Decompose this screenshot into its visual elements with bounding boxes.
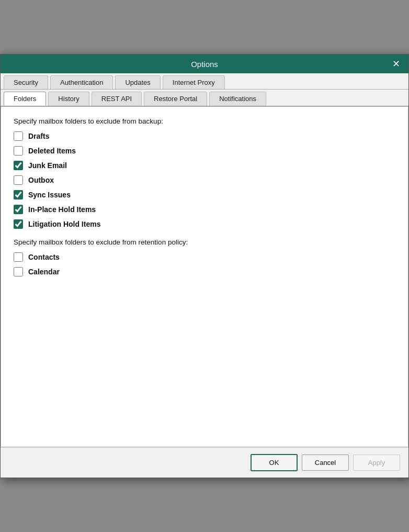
tab-updates[interactable]: Updates (115, 75, 160, 89)
backup-section-label: Specify mailbox folders to exclude from … (14, 117, 395, 125)
checkbox-calendar[interactable]: Calendar (14, 267, 395, 276)
footer: OK Cancel Apply (1, 447, 408, 478)
checkbox-contacts-input[interactable] (14, 252, 23, 262)
checkbox-junk-email[interactable]: Junk Email (14, 161, 395, 170)
checkbox-litigation-hold-label: Litigation Hold Items (28, 220, 100, 228)
checkbox-drafts-label: Drafts (28, 132, 49, 140)
options-dialog: Options ✕ Security Authentication Update… (0, 54, 409, 478)
tab-notifications[interactable]: Notifications (209, 92, 266, 106)
checkbox-litigation-hold-input[interactable] (14, 219, 23, 229)
tab-restore-portal[interactable]: Restore Portal (144, 92, 207, 106)
checkbox-inplace-hold-input[interactable] (14, 205, 23, 214)
checkbox-drafts-input[interactable] (14, 131, 23, 141)
checkbox-inplace-hold[interactable]: In-Place Hold Items (14, 205, 395, 214)
tab-authentication[interactable]: Authentication (50, 75, 113, 89)
checkbox-outbox[interactable]: Outbox (14, 175, 395, 185)
checkbox-junk-email-label: Junk Email (28, 161, 67, 170)
checkbox-outbox-label: Outbox (28, 176, 54, 184)
tab-row-2: Folders History REST API Restore Portal … (1, 90, 408, 106)
title-bar: Options ✕ (1, 54, 408, 73)
cancel-button[interactable]: Cancel (302, 455, 349, 471)
tab-row-1: Security Authentication Updates Internet… (1, 73, 408, 90)
tab-security[interactable]: Security (4, 75, 48, 89)
apply-button[interactable]: Apply (353, 455, 400, 471)
checkbox-inplace-hold-label: In-Place Hold Items (28, 205, 96, 214)
close-button[interactable]: ✕ (390, 58, 402, 70)
checkbox-drafts[interactable]: Drafts (14, 131, 395, 141)
tab-container: Security Authentication Updates Internet… (1, 73, 408, 107)
content-area: Specify mailbox folders to exclude from … (1, 107, 408, 447)
checkbox-deleted-items-label: Deleted Items (28, 147, 76, 155)
checkbox-sync-issues[interactable]: Sync Issues (14, 190, 395, 199)
checkbox-litigation-hold[interactable]: Litigation Hold Items (14, 219, 395, 229)
checkbox-contacts[interactable]: Contacts (14, 252, 395, 262)
checkbox-junk-email-input[interactable] (14, 161, 23, 170)
retention-section-label: Specify mailbox folders to exclude from … (14, 238, 395, 246)
checkbox-sync-issues-label: Sync Issues (28, 191, 71, 199)
checkbox-deleted-items[interactable]: Deleted Items (14, 146, 395, 156)
dialog-title: Options (19, 60, 390, 69)
checkbox-sync-issues-input[interactable] (14, 190, 23, 199)
checkbox-contacts-label: Contacts (28, 253, 60, 261)
tab-folders[interactable]: Folders (4, 92, 46, 106)
checkbox-calendar-input[interactable] (14, 267, 23, 276)
tab-internet-proxy[interactable]: Internet Proxy (163, 75, 225, 89)
checkbox-outbox-input[interactable] (14, 175, 23, 185)
tab-rest-api[interactable]: REST API (92, 92, 142, 106)
checkbox-calendar-label: Calendar (28, 268, 60, 276)
tab-history[interactable]: History (48, 92, 89, 106)
ok-button[interactable]: OK (251, 454, 298, 471)
checkbox-deleted-items-input[interactable] (14, 146, 23, 156)
